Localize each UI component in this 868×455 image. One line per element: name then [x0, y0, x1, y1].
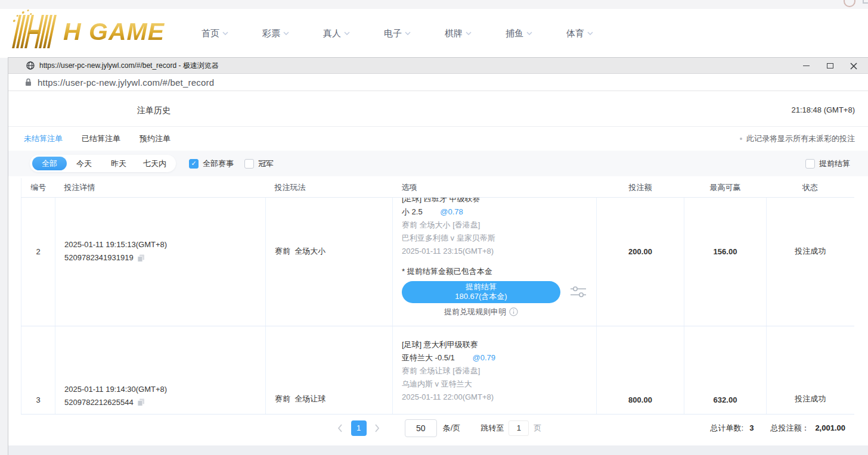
date-range-segmented: 全部 今天 昨天 七天内 — [30, 155, 176, 172]
next-page-button[interactable] — [370, 420, 385, 436]
url-bar[interactable]: https://user-pc-new.jylywl.com/#/bet_rec… — [8, 74, 868, 91]
all-events-label: 全部赛事 — [203, 158, 234, 169]
current-page-button[interactable]: 1 — [351, 420, 367, 436]
cashout-rules-text: 提前兑现规则申明 — [444, 307, 506, 317]
nav-item-lottery[interactable]: 彩票 — [262, 28, 289, 39]
partial-tray-icon — [863, 0, 868, 4]
nav-item-slots[interactable]: 电子 — [384, 28, 411, 39]
chevron-down-icon — [587, 32, 593, 35]
row-number: 2 — [21, 197, 55, 326]
header-play: 投注玩法 — [266, 178, 393, 197]
chevron-down-icon — [526, 32, 532, 35]
bet-detail-cell: 2025-01-11 19:15:13(GMT+8) 5209782341931… — [55, 197, 266, 326]
header-no: 编号 — [21, 178, 55, 197]
early-settle-label: 提前结算 — [819, 158, 850, 169]
event-filters: ✓ 全部赛事 冠军 — [189, 158, 274, 169]
bet-record-table: 编号 投注详情 投注玩法 选项 投注额 最高可赢 状态 2 2025-01-11… — [21, 178, 854, 415]
total-count-value: 3 — [749, 423, 754, 432]
partial-globe-tray-icon — [844, 0, 855, 7]
cashout-rules-link[interactable]: 提前兑现规则申明 — [402, 307, 560, 317]
window-title-bar: https://user-pc-new.jylywl.com/#/bet_rec… — [8, 58, 868, 74]
checkbox-icon — [805, 159, 815, 169]
odds-value: @0.79 — [472, 353, 495, 362]
nav-item-cards[interactable]: 棋牌 — [445, 28, 472, 39]
brand-logo[interactable]: H GAME — [7, 14, 165, 49]
champion-label: 冠军 — [258, 158, 274, 169]
cashout-button-amount: 180.67(含本金) — [402, 292, 560, 301]
date-option-today[interactable]: 今天 — [67, 157, 101, 170]
nav-label: 棋牌 — [445, 28, 463, 39]
match-name: 乌迪内斯 v 亚特兰大 — [402, 378, 596, 391]
page-content: 注单历史 21:18:48 (GMT+8) 未结算注单 已结算注单 预约注单 此… — [8, 91, 868, 454]
league-name: [足球] 西班牙 甲级联赛 — [402, 197, 596, 205]
pagination-bar: 1 条/页 跳转至 页 总计单数: 3 总投注额： 2,001.00 — [21, 415, 854, 442]
tab-reserved[interactable]: 预约注单 — [140, 133, 170, 144]
early-settle-filter: 提前结算 — [805, 151, 850, 176]
window-title: https://user-pc-new.jylywl.com/#/bet_rec… — [39, 61, 219, 71]
play-type: 赛前 全场大小 — [266, 197, 393, 326]
header-status: 状态 — [767, 178, 854, 197]
nav-label: 彩票 — [262, 28, 280, 39]
note-text: 此记录将显示所有未派彩的投注 — [746, 133, 855, 144]
info-icon — [509, 307, 518, 316]
prev-page-button[interactable] — [333, 420, 348, 436]
market-name: 赛前 全场大小 [香港盘] — [402, 219, 596, 232]
maximize-button[interactable] — [818, 58, 842, 74]
chevron-down-icon — [344, 32, 350, 35]
stake-amount: 800.00 — [597, 326, 684, 414]
desktop-strip — [0, 0, 868, 9]
date-option-7days[interactable]: 七天内 — [136, 157, 173, 170]
logo-mark-icon — [4, 14, 66, 49]
status-text: 投注成功 — [767, 326, 854, 414]
minimize-button[interactable] — [794, 58, 818, 74]
pick-name: 小 2.5 — [402, 207, 423, 216]
table-header-row: 编号 投注详情 投注玩法 选项 投注额 最高可赢 状态 — [21, 178, 854, 197]
row-number: 3 — [21, 326, 55, 414]
bet-id: 5209782212625544 — [64, 396, 134, 409]
nav-item-fishing[interactable]: 捕鱼 — [506, 28, 532, 39]
close-button[interactable] — [842, 58, 866, 74]
minimize-icon — [803, 66, 810, 66]
checkbox-icon — [244, 159, 254, 169]
nav-label: 首页 — [202, 28, 219, 39]
jump-page-input[interactable] — [509, 420, 529, 436]
date-option-all[interactable]: 全部 — [32, 157, 67, 170]
table-row: 3 2025-01-11 19:14:30(GMT+8) 52097822126… — [21, 326, 854, 414]
champion-checkbox[interactable]: 冠军 — [244, 158, 274, 169]
bet-detail-cell: 2025-01-11 19:14:30(GMT+8) 5209782212625… — [55, 326, 266, 414]
total-count-label: 总计单数: — [711, 423, 744, 434]
nav-item-home[interactable]: 首页 — [202, 28, 228, 39]
nav-item-live[interactable]: 真人 — [323, 28, 350, 39]
pick-name: 亚特兰大 -0.5/1 — [402, 353, 455, 362]
totals-summary: 总计单数: 3 总投注额： 2,001.00 — [711, 415, 845, 442]
clock-text: 21:18:48 (GMT+8) — [791, 105, 855, 114]
league-name: [足球] 意大利甲级联赛 — [402, 338, 596, 351]
bet-time: 2025-01-11 19:15:13(GMT+8) — [64, 238, 265, 251]
table-row: 2 2025-01-11 19:15:13(GMT+8) 52097823419… — [21, 197, 854, 326]
nav-menu: 首页 彩票 真人 电子 棋牌 捕鱼 体育 — [202, 9, 593, 58]
early-settle-checkbox[interactable]: 提前结算 — [805, 158, 850, 169]
browser-window: https://user-pc-new.jylywl.com/#/bet_rec… — [8, 58, 868, 455]
copy-icon[interactable] — [137, 398, 145, 406]
max-win-amount: 632.00 — [684, 326, 767, 414]
cashout-button-label: 提前结算 — [402, 282, 560, 292]
filter-bar: 全部 今天 昨天 七天内 ✓ 全部赛事 冠军 提前结算 — [8, 151, 868, 176]
nav-item-sports[interactable]: 体育 — [566, 28, 593, 39]
total-amount-value: 2,001.00 — [815, 423, 845, 432]
nav-label: 电子 — [384, 28, 402, 39]
sliders-icon[interactable] — [570, 285, 587, 298]
early-settle-note: * 提前结算金额已包含本金 — [402, 266, 596, 278]
cashout-button[interactable]: 提前结算 180.67(含本金) — [402, 281, 560, 303]
nav-label: 体育 — [566, 28, 584, 39]
chevron-down-icon — [466, 32, 472, 35]
page-size-input[interactable] — [405, 419, 437, 437]
copy-icon[interactable] — [137, 254, 145, 262]
tab-settled[interactable]: 已结算注单 — [82, 133, 120, 144]
match-name: 巴利亚多利德 v 皇家贝蒂斯 — [402, 232, 596, 245]
stake-amount: 200.00 — [597, 197, 684, 326]
tab-unsettled[interactable]: 未结算注单 — [24, 133, 63, 144]
all-events-checkbox[interactable]: ✓ 全部赛事 — [189, 158, 234, 169]
bullet-icon — [740, 138, 742, 140]
header-option: 选项 — [393, 178, 597, 197]
date-option-yesterday[interactable]: 昨天 — [101, 157, 136, 170]
